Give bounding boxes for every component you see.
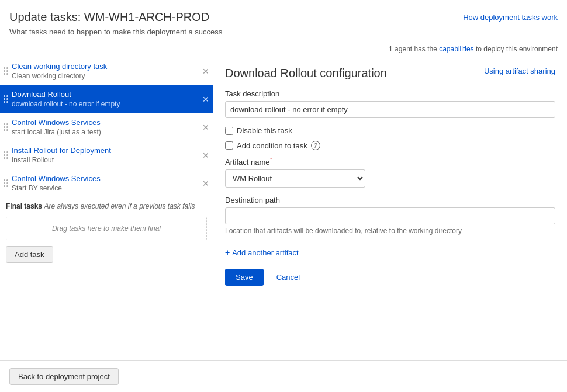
back-to-project-link[interactable]: Back to deployment project — [9, 368, 119, 385]
task-name: Control Windows Services — [12, 118, 195, 127]
task-remove-button[interactable]: ✕ — [199, 113, 213, 141]
task-content: Download Rollout download rollout - no e… — [9, 85, 199, 113]
add-condition-checkbox[interactable] — [225, 141, 233, 150]
task-content: Install Rollout for Deployment Install R… — [9, 141, 199, 169]
main-layout: Clean working directory task Clean worki… — [0, 57, 567, 356]
task-item-control-windows-2[interactable]: Control Windows Services Start BY servic… — [0, 169, 213, 197]
drag-handle — [0, 169, 9, 197]
page-footer: Back to deployment project — [0, 360, 567, 392]
destination-path-group: Destination path Location that artifacts… — [225, 196, 555, 235]
help-link[interactable]: How deployment tasks work — [463, 13, 558, 22]
page-title: Update tasks: WM-WH1-ARCH-PROD — [9, 11, 222, 24]
agent-bar: 1 agent has the capabilities to deploy t… — [0, 41, 567, 57]
detail-panel: Download Rollout configuration Using art… — [213, 57, 567, 356]
artifact-name-group: Artifact name* WM Rollout — [225, 156, 555, 188]
final-tasks-desc: Are always executed even if a previous t… — [44, 202, 195, 210]
task-remove-button[interactable]: ✕ — [199, 57, 213, 85]
add-artifact-link[interactable]: + Add another artifact — [225, 248, 299, 257]
form-actions: Save Cancel — [225, 269, 555, 286]
artifact-sharing-link[interactable]: Using artifact sharing — [484, 67, 555, 75]
detail-title: Download Rollout configuration — [225, 67, 387, 80]
task-desc: Clean working directory — [12, 72, 195, 80]
destination-path-label: Destination path — [225, 196, 555, 204]
page-subtitle: What tasks need to happen to make this d… — [9, 27, 222, 36]
task-item-download-rollout[interactable]: Download Rollout download rollout - no e… — [0, 85, 213, 113]
task-name: Install Rollout for Deployment — [12, 146, 195, 155]
task-remove-button[interactable]: ✕ — [199, 141, 213, 169]
agent-bar-text: 1 agent has the — [389, 45, 437, 53]
task-description-group: Task description — [225, 89, 555, 118]
artifact-name-select[interactable]: WM Rollout — [225, 169, 365, 188]
disable-task-checkbox[interactable] — [225, 127, 233, 135]
add-task-button[interactable]: Add task — [6, 246, 53, 263]
task-remove-button[interactable]: ✕ — [199, 85, 213, 113]
drag-handle — [0, 141, 9, 169]
task-content: Control Windows Services start local Jir… — [9, 113, 199, 141]
task-desc: download rollout - no error if empty — [12, 100, 195, 108]
destination-path-input[interactable] — [225, 207, 555, 224]
task-name: Control Windows Services — [12, 174, 195, 183]
final-tasks-header: Final tasks Are always executed even if … — [0, 197, 213, 213]
final-tasks-label: Final tasks — [6, 202, 42, 210]
task-content: Control Windows Services Start BY servic… — [9, 169, 199, 197]
task-list-panel: Clean working directory task Clean worki… — [0, 57, 213, 356]
task-desc: Start BY service — [12, 184, 195, 192]
final-tasks-drag-zone: Drag tasks here to make them final — [6, 217, 207, 240]
task-name: Clean working directory task — [12, 62, 195, 71]
disable-task-row: Disable this task — [225, 126, 555, 135]
task-description-label: Task description — [225, 89, 555, 98]
task-item-control-windows-1[interactable]: Control Windows Services start local Jir… — [0, 113, 213, 141]
drag-handle — [0, 113, 9, 141]
cancel-button[interactable]: Cancel — [268, 269, 308, 286]
task-desc: start local Jira (just as a test) — [12, 128, 195, 136]
task-desc: Install Rollout — [12, 156, 195, 164]
destination-help-text: Location that artifacts will be download… — [225, 227, 555, 235]
add-condition-row: Add condition to task ? — [225, 141, 555, 150]
detail-header: Download Rollout configuration Using art… — [225, 67, 555, 80]
agent-bar-text2: to deploy this environment — [476, 45, 558, 53]
capabilities-link[interactable]: capabilities — [439, 45, 473, 53]
add-condition-label[interactable]: Add condition to task — [237, 141, 307, 150]
task-description-input[interactable] — [225, 101, 555, 118]
task-item-install-rollout[interactable]: Install Rollout for Deployment Install R… — [0, 141, 213, 169]
artifact-name-label: Artifact name* — [225, 156, 555, 166]
plus-icon: + — [225, 248, 230, 257]
task-content: Clean working directory task Clean worki… — [9, 57, 199, 85]
task-item-clean[interactable]: Clean working directory task Clean worki… — [0, 57, 213, 85]
drag-handle — [0, 57, 9, 85]
add-condition-help-icon[interactable]: ? — [311, 141, 320, 150]
save-button[interactable]: Save — [225, 269, 264, 286]
disable-task-label[interactable]: Disable this task — [237, 126, 292, 135]
drag-handle — [0, 85, 9, 113]
task-remove-button[interactable]: ✕ — [199, 169, 213, 197]
task-name: Download Rollout — [12, 90, 195, 99]
